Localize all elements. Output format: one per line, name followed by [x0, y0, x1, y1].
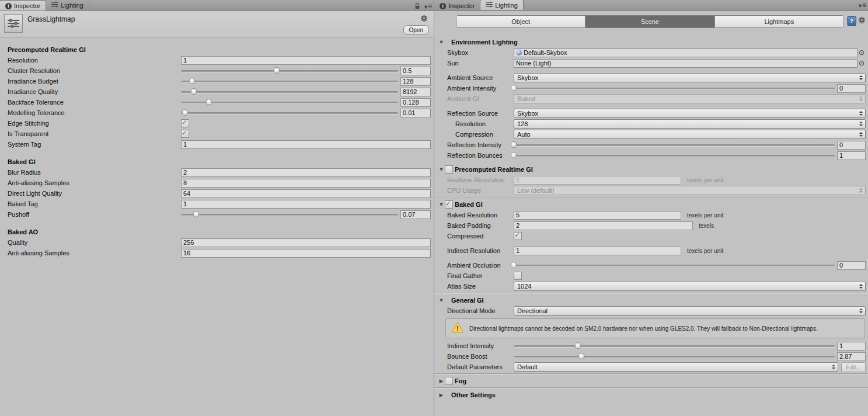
help-book-icon[interactable]: ?: [847, 16, 856, 26]
is-transparent-checkbox[interactable]: [181, 130, 189, 138]
bounce-boost-value-field[interactable]: 2.87: [837, 352, 866, 361]
realtime-resolution-field[interactable]: 1: [514, 176, 681, 185]
object-picker-icon[interactable]: [857, 59, 866, 67]
direct-light-quality-field[interactable]: 64: [181, 189, 431, 198]
baked-tag-field[interactable]: 1: [181, 200, 431, 209]
baked-gi-enabled-checkbox[interactable]: [445, 200, 453, 209]
irradiance-quality-value-field[interactable]: 8192: [400, 88, 431, 96]
baked-resolution-field[interactable]: 5: [514, 211, 681, 220]
quality-field[interactable]: 256: [181, 238, 431, 247]
cluster-resolution-value-field[interactable]: 0.5: [400, 67, 431, 75]
mode-tab-lightmaps[interactable]: Lightmaps: [715, 16, 843, 27]
compression-dropdown[interactable]: Auto: [514, 130, 866, 139]
row-atlas-size: Atlas Size1024: [434, 281, 868, 292]
gear-icon[interactable]: [420, 14, 428, 25]
indirect-intensity-value-field[interactable]: 1: [837, 342, 866, 351]
backface-tolerance-value-field[interactable]: 0.128: [400, 98, 431, 107]
default-parameters-dropdown[interactable]: Default: [514, 362, 838, 372]
directional-mode-dropdown[interactable]: Directional: [514, 306, 866, 316]
tab-lighting[interactable]: Lighting: [46, 0, 89, 10]
group-header-environment-lighting[interactable]: Environment Lighting: [434, 37, 868, 47]
indirect-resolution-field[interactable]: 1: [514, 247, 681, 255]
dropdown-arrows-icon: [859, 111, 863, 116]
slider-thumb[interactable]: [182, 109, 189, 116]
backface-tolerance-slider[interactable]: [181, 102, 398, 103]
gear-icon[interactable]: [858, 16, 866, 26]
irradiance-budget-value-field[interactable]: 128: [400, 77, 431, 86]
lock-icon[interactable]: [414, 1, 420, 12]
cpu-usage-dropdown[interactable]: Low (default): [514, 186, 866, 195]
slider-thumb[interactable]: [511, 141, 517, 148]
reflection-bounces-slider[interactable]: [514, 155, 835, 157]
group-header-fog[interactable]: Fog: [434, 376, 868, 386]
foldout-closed-icon[interactable]: [438, 378, 445, 384]
slider-thumb[interactable]: [273, 67, 280, 74]
tab-lighting[interactable]: Lighting: [480, 0, 524, 10]
panel-menu-icon[interactable]: ▼≡: [423, 2, 431, 11]
ambient-occlusion-value-field[interactable]: 0: [837, 261, 866, 270]
modelling-tolerance-slider[interactable]: [181, 112, 398, 114]
baked-padding-field[interactable]: 2: [514, 221, 693, 230]
system-tag-field[interactable]: 1: [181, 140, 431, 149]
tab-inspector[interactable]: iInspector: [434, 1, 480, 11]
slider-thumb[interactable]: [189, 78, 195, 84]
object-picker-icon[interactable]: [857, 48, 866, 57]
ambient-intensity-value-field[interactable]: 0: [837, 84, 866, 93]
slider-thumb[interactable]: [578, 353, 584, 359]
row-anti-aliasing-samples: Anti-aliasing Samples8: [0, 178, 434, 188]
field-label: Realtime Resolution: [447, 176, 514, 183]
atlas-size-dropdown[interactable]: 1024: [514, 282, 866, 291]
edge-stitching-checkbox[interactable]: [181, 119, 189, 127]
cluster-resolution-slider[interactable]: [181, 70, 398, 72]
indirect-intensity-slider[interactable]: [514, 345, 835, 347]
slider-thumb[interactable]: [206, 99, 212, 105]
slider-thumb[interactable]: [511, 152, 517, 158]
edit-button[interactable]: Edit...: [841, 362, 866, 372]
anti-aliasing-samples-field[interactable]: 8: [181, 179, 431, 188]
ambient-occlusion-slider[interactable]: [514, 265, 835, 266]
irradiance-budget-slider[interactable]: [181, 81, 398, 82]
tab-inspector[interactable]: iInspector: [0, 0, 46, 11]
foldout-open-icon[interactable]: [438, 202, 445, 207]
ambient-source-dropdown[interactable]: Skybox: [514, 73, 866, 82]
field-label: Reflection Source: [447, 110, 514, 117]
sun-object-field[interactable]: None (Light): [514, 59, 857, 68]
slider-thumb[interactable]: [191, 88, 197, 95]
resolution-dropdown[interactable]: 128: [514, 119, 866, 129]
slider-thumb[interactable]: [575, 342, 581, 349]
pushoff-slider[interactable]: [181, 214, 398, 216]
blur-radius-field[interactable]: 2: [181, 168, 431, 177]
foldout-open-icon[interactable]: [438, 167, 445, 172]
pushoff-value-field[interactable]: 0.07: [400, 210, 431, 219]
group-header-precomputed-realtime-gi[interactable]: Precomputed Realtime GI: [434, 164, 868, 175]
reflection-intensity-value-field[interactable]: 0: [837, 141, 866, 150]
panel-menu-icon[interactable]: ▼≡: [857, 1, 866, 9]
ambient-intensity-slider[interactable]: [514, 88, 835, 89]
mode-tab-object[interactable]: Object: [456, 16, 585, 27]
final-gather-checkbox[interactable]: [514, 272, 522, 280]
skybox-object-field[interactable]: Default-Skybox: [514, 48, 857, 57]
precomputed-realtime-gi-enabled-checkbox[interactable]: [445, 165, 453, 174]
ambient-gi-dropdown[interactable]: Baked: [514, 94, 866, 103]
mode-tab-scene[interactable]: Scene: [585, 16, 714, 27]
foldout-open-icon[interactable]: [438, 297, 445, 303]
reflection-bounces-value-field[interactable]: 1: [837, 151, 866, 160]
modelling-tolerance-value-field[interactable]: 0.01: [400, 109, 431, 117]
bounce-boost-slider[interactable]: [514, 356, 835, 358]
reflection-intensity-slider[interactable]: [514, 144, 835, 146]
resolution-field[interactable]: 1: [181, 56, 431, 65]
slider-thumb[interactable]: [511, 262, 517, 268]
anti-aliasing-samples-field[interactable]: 16: [181, 249, 431, 258]
compressed-checkbox[interactable]: [514, 232, 522, 240]
foldout-open-icon[interactable]: [438, 39, 445, 45]
group-header-general-gi[interactable]: General GI: [434, 295, 868, 306]
foldout-closed-icon[interactable]: [438, 392, 445, 398]
group-header-baked-gi[interactable]: Baked GI: [434, 199, 868, 210]
fog-enabled-checkbox[interactable]: [445, 377, 453, 385]
group-header-other-settings[interactable]: Other Settings: [434, 390, 868, 400]
irradiance-quality-slider[interactable]: [181, 91, 398, 93]
reflection-source-dropdown[interactable]: Skybox: [514, 109, 866, 118]
slider-thumb[interactable]: [193, 211, 200, 217]
open-button[interactable]: Open: [403, 25, 429, 35]
slider-thumb[interactable]: [511, 85, 517, 91]
